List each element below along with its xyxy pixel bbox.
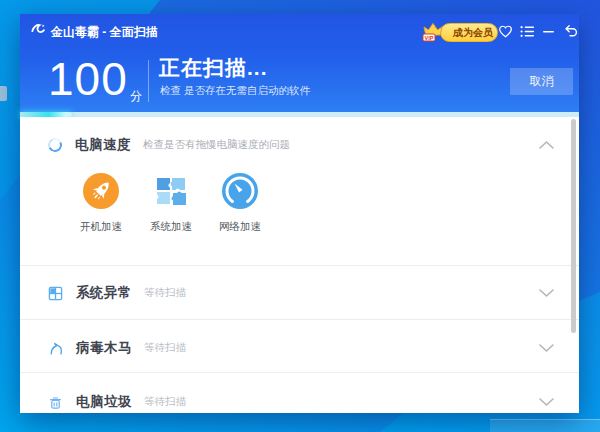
section-title: 病毒木马 (76, 339, 132, 357)
scan-status-detail: 检查 是否存在无需自启动的软件 (160, 84, 310, 98)
menu-list-icon (520, 25, 535, 38)
section-title: 电脑垃圾 (76, 393, 132, 411)
trojan-horse-icon (48, 341, 63, 356)
header-divider (148, 60, 149, 102)
chevron-down-icon[interactable] (538, 397, 555, 407)
chevron-down-icon[interactable] (538, 288, 555, 298)
favorite-button[interactable] (497, 23, 513, 39)
window-title: 金山毒霸 - 全面扫描 (51, 24, 158, 41)
antivirus-window: 金山毒霸 - 全面扫描 VIP 成为会员 (20, 14, 579, 413)
cancel-button[interactable]: 取消 (510, 68, 573, 95)
section-status: 等待扫描 (144, 395, 186, 409)
health-score: 100 (48, 56, 128, 102)
trash-icon (48, 395, 63, 410)
chevron-up-icon[interactable] (538, 140, 555, 150)
score-unit: 分 (130, 88, 142, 105)
return-button[interactable] (562, 23, 578, 39)
tile-label: 开机加速 (64, 220, 138, 234)
wallpaper-shape (490, 419, 600, 432)
scan-sections-panel: 电脑速度 检查是否有拖慢电脑速度的问题 (20, 117, 579, 413)
section-title: 系统异常 (76, 284, 132, 302)
titlebar: 金山毒霸 - 全面扫描 VIP 成为会员 (20, 14, 579, 46)
scan-header: 金山毒霸 - 全面扫描 VIP 成为会员 (20, 14, 579, 112)
section-virus-trojan[interactable]: 病毒木马 等待扫描 (48, 326, 567, 370)
section-status: 等待扫描 (144, 341, 186, 355)
heart-icon (498, 24, 513, 38)
scrollbar-thumb[interactable] (571, 119, 576, 333)
main-menu-button[interactable] (519, 23, 535, 39)
desktop-icon-fragment (0, 86, 7, 101)
minimize-button[interactable] (540, 23, 556, 39)
grid-icon (48, 286, 63, 301)
desktop-background: 金山毒霸 - 全面扫描 VIP 成为会员 (0, 0, 600, 432)
app-logo-icon (30, 22, 46, 38)
gauge-icon (222, 173, 258, 209)
section-divider (20, 265, 579, 266)
tile-label: 网络加速 (203, 220, 277, 234)
vip-crown-icon: VIP (421, 19, 445, 43)
speed-tools-row: 开机加速 系统加速 (20, 173, 579, 253)
vip-button-label: 成为会员 (453, 26, 493, 40)
system-acceleration-tile[interactable]: 系统加速 (134, 173, 208, 234)
chevron-down-icon[interactable] (538, 343, 555, 353)
section-system-anomaly[interactable]: 系统异常 等待扫描 (48, 271, 567, 315)
become-member-button[interactable]: 成为会员 (440, 23, 498, 42)
section-status: 等待扫描 (144, 286, 186, 300)
network-acceleration-tile[interactable]: 网络加速 (203, 173, 277, 234)
scan-status-title: 正在扫描... (159, 54, 268, 82)
rocket-icon (83, 173, 119, 209)
section-title: 电脑速度 (75, 136, 131, 154)
puzzle-icon (153, 173, 189, 209)
boot-acceleration-tile[interactable]: 开机加速 (64, 173, 138, 234)
section-divider (20, 319, 579, 320)
back-arrow-icon (563, 24, 578, 39)
cancel-button-label: 取消 (530, 73, 554, 90)
section-computer-junk[interactable]: 电脑垃圾 等待扫描 (48, 380, 567, 413)
section-divider (20, 372, 579, 373)
section-description: 检查是否有拖慢电脑速度的问题 (143, 138, 290, 152)
minimize-icon (542, 25, 555, 38)
tile-label: 系统加速 (134, 220, 208, 234)
spinner-icon (46, 136, 64, 154)
section-computer-speed[interactable]: 电脑速度 检查是否有拖慢电脑速度的问题 (48, 125, 567, 165)
svg-text:VIP: VIP (425, 35, 434, 41)
